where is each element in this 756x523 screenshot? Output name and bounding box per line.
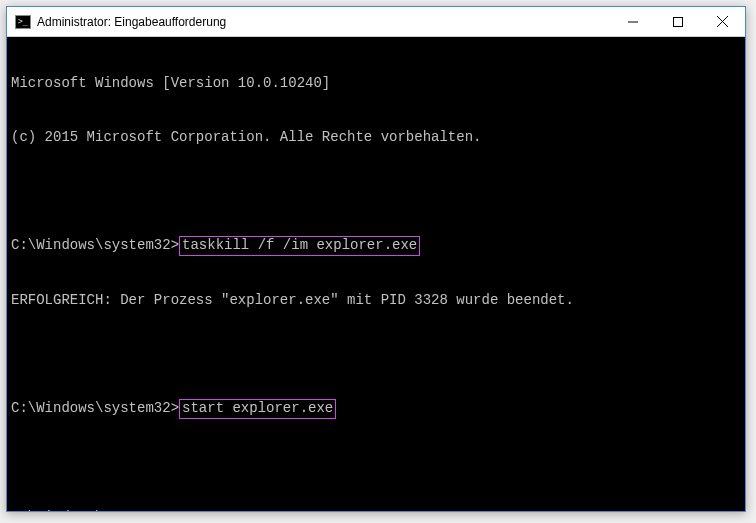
maximize-button[interactable] <box>655 7 700 36</box>
command-line-2: C:\Windows\system32>start explorer.exe <box>11 399 741 419</box>
highlighted-command-2: start explorer.exe <box>179 399 336 419</box>
version-line: Microsoft Windows [Version 10.0.10240] <box>11 75 741 93</box>
window-title: Administrator: Eingabeaufforderung <box>37 15 610 29</box>
cmd-icon <box>15 15 31 29</box>
minimize-icon <box>628 17 638 27</box>
blank-line <box>11 345 741 363</box>
prompt: C:\Windows\system32> <box>11 237 179 253</box>
copyright-line: (c) 2015 Microsoft Corporation. Alle Rec… <box>11 129 741 147</box>
maximize-icon <box>673 17 683 27</box>
command-line-1: C:\Windows\system32>taskkill /f /im expl… <box>11 236 741 256</box>
result-line: ERFOLGREICH: Der Prozess "explorer.exe" … <box>11 292 741 310</box>
minimize-button[interactable] <box>610 7 655 36</box>
prompt: C:\Windows\system32> <box>11 509 179 511</box>
terminal-area[interactable]: Microsoft Windows [Version 10.0.10240] (… <box>7 37 745 511</box>
blank-line <box>11 182 741 200</box>
current-prompt-line: C:\Windows\system32> <box>11 509 741 511</box>
svg-rect-1 <box>673 17 682 26</box>
blank-line <box>11 455 741 473</box>
close-button[interactable] <box>700 7 745 36</box>
command-prompt-window: Administrator: Eingabeaufforderung Micro… <box>6 6 746 512</box>
close-icon <box>717 16 728 27</box>
prompt: C:\Windows\system32> <box>11 400 179 416</box>
window-controls <box>610 7 745 36</box>
highlighted-command-1: taskkill /f /im explorer.exe <box>179 236 420 256</box>
titlebar[interactable]: Administrator: Eingabeaufforderung <box>7 7 745 37</box>
